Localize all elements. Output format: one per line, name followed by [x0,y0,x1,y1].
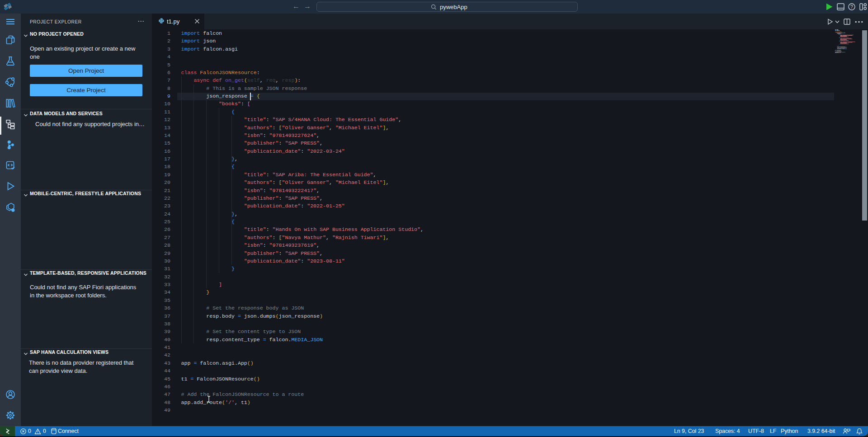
svg-text:?: ? [850,4,853,9]
